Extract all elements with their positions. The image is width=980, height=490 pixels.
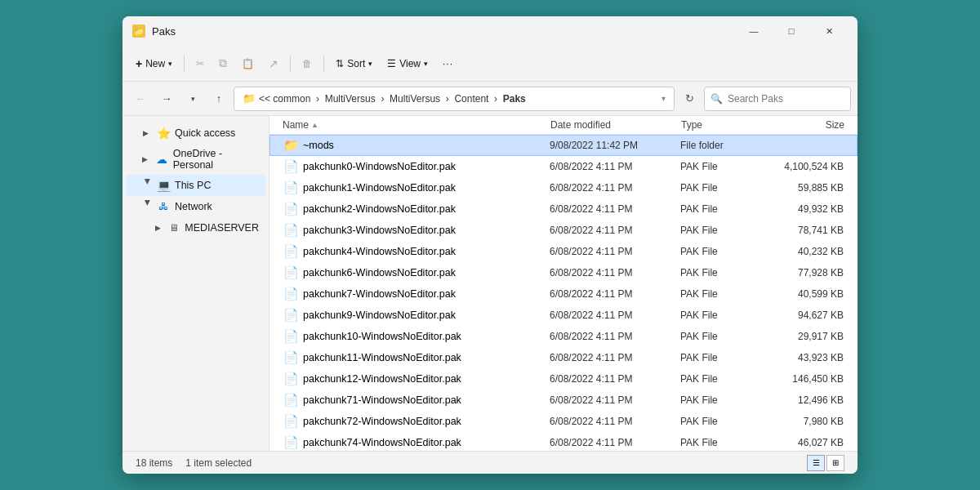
file-size: 146,450 KB [762, 373, 844, 385]
sidebar-item-mediaserver[interactable]: ▶ 🖥 MEDIASERVER [126, 217, 265, 238]
more-button[interactable]: ··· [436, 51, 460, 77]
pak-file-icon: 📄 [283, 414, 298, 429]
sort-button[interactable]: ⇅ Sort ▾ [329, 51, 379, 77]
file-name: 📄 pakchunk7-WindowsNoEditor.pak [283, 287, 550, 301]
file-type: PAK File [680, 331, 762, 342]
new-button[interactable]: + New ▾ [129, 51, 179, 77]
file-type: PAK File [680, 437, 762, 448]
file-name: 📄 pakchunk72-WindowsNoEditor.pak [283, 414, 550, 429]
toolbar: + New ▾ ✂ ⧉ 📋 ↗ 🗑 ⇅ Sort ▾ ☰ View ▾ [122, 46, 858, 82]
window-title: Paks [152, 25, 735, 38]
file-type: PAK File [680, 267, 762, 278]
file-name: 📄 pakchunk0-WindowsNoEditor.pak [283, 159, 550, 174]
refresh-button[interactable]: ↻ [678, 87, 701, 110]
expand-icon: ▶ [139, 200, 152, 213]
sidebar-item-quick-access[interactable]: ▶ ⭐ Quick access [126, 122, 265, 144]
view-button[interactable]: ☰ View ▾ [381, 51, 434, 77]
table-row[interactable]: 📄 pakchunk74-WindowsNoEditor.pak 6/08/20… [270, 432, 858, 451]
pak-file-icon: 📄 [283, 180, 298, 195]
expand-icon: ▶ [152, 221, 163, 234]
file-size: 40,599 KB [762, 288, 844, 300]
cut-icon: ✂ [196, 58, 204, 69]
view-label: View [399, 58, 421, 69]
pak-file-icon: 📄 [283, 265, 298, 280]
table-row[interactable]: 📄 pakchunk7-WindowsNoEditor.pak 6/08/202… [270, 283, 858, 305]
main-area: ▶ ⭐ Quick access ▶ ☁ OneDrive - Personal… [122, 116, 858, 451]
new-label: New [145, 58, 165, 69]
cut-button[interactable]: ✂ [189, 51, 211, 77]
column-size-header[interactable]: Size [763, 119, 844, 131]
table-row[interactable]: 📄 pakchunk0-WindowsNoEditor.pak 6/08/202… [270, 156, 858, 177]
share-icon: ↗ [269, 57, 278, 70]
file-name: 📄 pakchunk1-WindowsNoEditor.pak [283, 180, 550, 195]
address-input[interactable]: 📁 << common › MultiVersus › MultiVersus … [234, 87, 675, 111]
file-type: File folder [680, 140, 762, 151]
table-row[interactable]: 📄 pakchunk2-WindowsNoEditor.pak 6/08/202… [270, 198, 858, 220]
back-button[interactable]: ← [129, 87, 152, 110]
pak-file-icon: 📄 [283, 244, 298, 259]
sort-arrow-icon: ▲ [311, 121, 318, 129]
forward-button[interactable]: → [155, 87, 178, 110]
quick-access-icon: ⭐ [157, 127, 170, 140]
toolbar-separator-1 [184, 56, 185, 72]
recent-locations-button[interactable]: ▾ [181, 87, 204, 110]
file-type: PAK File [680, 352, 762, 363]
sidebar-onedrive-label: OneDrive - Personal [173, 148, 259, 171]
file-size: 29,917 KB [762, 331, 844, 342]
file-size: 49,932 KB [762, 203, 844, 215]
file-size: 77,928 KB [762, 267, 844, 278]
table-row[interactable]: 📄 pakchunk12-WindowsNoEditor.pak 6/08/20… [270, 368, 858, 390]
view-chevron-icon: ▾ [424, 60, 428, 68]
table-row[interactable]: 📄 pakchunk3-WindowsNoEditor.pak 6/08/202… [270, 220, 858, 241]
table-row[interactable]: 📄 pakchunk1-WindowsNoEditor.pak 6/08/202… [270, 177, 858, 198]
file-size: 7,980 KB [762, 416, 844, 427]
table-row[interactable]: 📄 pakchunk6-WindowsNoEditor.pak 6/08/202… [270, 262, 858, 283]
file-date: 6/08/2022 4:11 PM [550, 416, 680, 427]
file-date: 6/08/2022 4:11 PM [550, 352, 680, 363]
delete-button[interactable]: 🗑 [296, 51, 318, 77]
sidebar-item-network[interactable]: ▶ 🖧 Network [126, 196, 265, 217]
column-type-header[interactable]: Type [681, 119, 763, 131]
table-row[interactable]: 📄 pakchunk9-WindowsNoEditor.pak 6/08/202… [270, 305, 858, 326]
sidebar-item-this-pc[interactable]: ▶ 💻 This PC [126, 175, 265, 196]
close-button[interactable]: ✕ [810, 16, 848, 46]
table-row[interactable]: 📄 pakchunk10-WindowsNoEditor.pak 6/08/20… [270, 326, 858, 347]
file-type: PAK File [680, 161, 762, 172]
sidebar-quick-access-label: Quick access [175, 127, 235, 139]
column-date-header[interactable]: Date modified [550, 119, 681, 131]
toolbar-separator-3 [323, 56, 324, 72]
selection-status: 1 item selected [185, 457, 252, 469]
file-type: PAK File [680, 373, 762, 385]
share-button[interactable]: ↗ [262, 51, 285, 77]
table-row[interactable]: 📁 ~mods 9/08/2022 11:42 PM File folder [270, 135, 858, 156]
pak-file-icon: 📄 [283, 287, 298, 301]
column-name-header[interactable]: Name ▲ [283, 119, 550, 131]
search-input[interactable] [704, 87, 851, 111]
file-name: 📁 ~mods [283, 138, 550, 153]
pak-file-icon: 📄 [283, 435, 298, 450]
grid-view-button[interactable]: ⊞ [826, 455, 844, 471]
minimize-button[interactable]: — [735, 16, 773, 46]
status-left: 18 items 1 item selected [136, 457, 252, 469]
paste-button[interactable]: 📋 [235, 51, 261, 77]
table-row[interactable]: 📄 pakchunk4-WindowsNoEditor.pak 6/08/202… [270, 241, 858, 262]
file-date: 6/08/2022 4:11 PM [550, 437, 680, 448]
more-icon: ··· [443, 58, 453, 69]
table-row[interactable]: 📄 pakchunk71-WindowsNoEditor.pak 6/08/20… [270, 390, 858, 411]
file-name: 📄 pakchunk74-WindowsNoEditor.pak [283, 435, 550, 450]
search-icon: 🔍 [710, 93, 723, 105]
sidebar-item-onedrive[interactable]: ▶ ☁ OneDrive - Personal [126, 144, 265, 175]
status-bar: 18 items 1 item selected ☰ ⊞ [122, 451, 858, 474]
copy-button[interactable]: ⧉ [212, 51, 234, 77]
table-row[interactable]: 📄 pakchunk11-WindowsNoEditor.pak 6/08/20… [270, 347, 858, 368]
file-name: 📄 pakchunk10-WindowsNoEditor.pak [283, 329, 550, 344]
maximize-button[interactable]: □ [773, 16, 810, 46]
file-date: 6/08/2022 4:11 PM [550, 394, 680, 406]
list-view-button[interactable]: ☰ [807, 455, 825, 471]
file-type: PAK File [680, 182, 762, 194]
table-row[interactable]: 📄 pakchunk72-WindowsNoEditor.pak 6/08/20… [270, 411, 858, 432]
file-date: 6/08/2022 4:11 PM [550, 246, 680, 257]
file-type: PAK File [680, 394, 762, 406]
up-button[interactable]: ↑ [207, 87, 230, 110]
file-date: 6/08/2022 4:11 PM [550, 161, 680, 172]
